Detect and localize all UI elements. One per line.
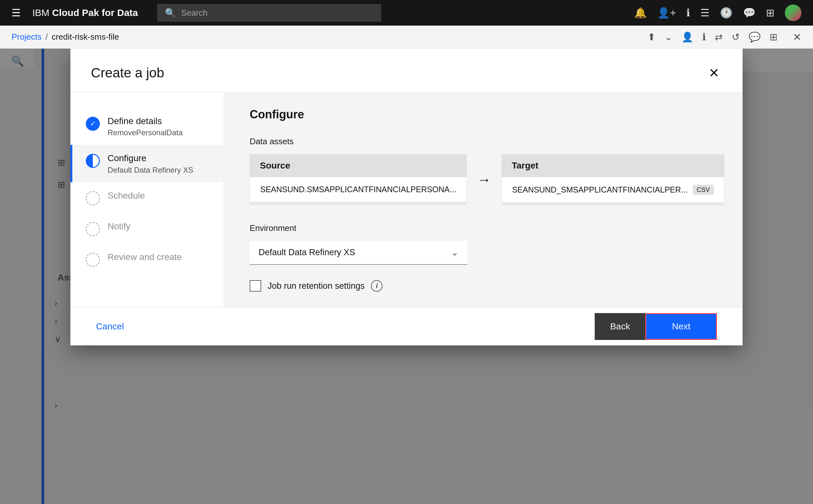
wizard-step-icon-pending-4 (86, 222, 100, 236)
modal-close-button[interactable]: ✕ (706, 64, 722, 82)
wizard-step-icon-pending-5 (86, 253, 100, 267)
wizard-step-5-label: Review and create (107, 251, 182, 263)
wizard-step-review[interactable]: Review and create (70, 244, 224, 274)
target-value: SEANSUND_SMSAPPLICANTFINANCIALPER... (512, 185, 688, 194)
search-icon: 🔍 (165, 8, 176, 18)
chevron-down-icon: ⌄ (451, 247, 458, 258)
comment-icon[interactable]: 💬 (749, 31, 761, 43)
configure-section-title: Configure (250, 108, 717, 121)
wizard-step-3-label: Schedule (107, 190, 145, 201)
close-panel-icon[interactable]: ✕ (793, 31, 801, 43)
modal-header: Create a job ✕ (70, 49, 743, 92)
environment-select-value: Default Data Refinery XS (259, 248, 355, 257)
info-icon[interactable]: ℹ (686, 7, 690, 19)
wizard-step-1-label: Define details (107, 115, 183, 127)
breadcrumb-separator: / (45, 32, 48, 42)
top-nav-actions: 🔔 👤+ ℹ ☰ 🕐 💬 ⊞ (634, 4, 801, 21)
brand-product: Cloud Pak for Data (52, 7, 138, 18)
list-icon[interactable]: ☰ (700, 7, 710, 19)
brand-ibm: IBM (32, 7, 52, 18)
breadcrumb-projects-link[interactable]: Projects (12, 32, 42, 42)
create-job-modal: Create a job ✕ ✓ Define details RemovePe… (70, 49, 743, 345)
breadcrumb-current-project: credit-risk-sms-file (51, 32, 119, 42)
data-assets-label: Data assets (250, 137, 717, 146)
breadcrumb-bar: Projects / credit-risk-sms-file ⬆ ⌄ 👤 ℹ … (0, 26, 813, 49)
wizard-step-configure[interactable]: Configure Default Data Refinery XS (70, 145, 224, 182)
wizard-step-1-sublabel: RemovePersonalData (107, 128, 183, 137)
target-value-row: SEANSUND_SMSAPPLICANTFINANCIALPER... CSV (501, 177, 724, 203)
grid-icon[interactable]: ⊞ (770, 31, 778, 43)
background-content-area: 🔍 Ove... 20 ⊞ ⊞ Asse › › ∨ (0, 49, 813, 504)
wizard-step-icon-active (86, 154, 100, 168)
job-retention-checkbox-row: Job run retention settings i (250, 280, 717, 292)
compare-icon[interactable]: ⇄ (715, 31, 723, 43)
wizard-step-schedule[interactable]: Schedule (70, 182, 224, 213)
source-value: SEANSUND.SMSAPPLICANTFINANCIALPERSONA... (250, 177, 467, 202)
brand-name: IBM Cloud Pak for Data (32, 7, 138, 18)
target-header: Target (501, 154, 724, 177)
add-collaborator-icon[interactable]: 👤 (682, 31, 693, 43)
job-retention-info-icon[interactable]: i (371, 280, 383, 292)
notifications-icon[interactable]: 🔔 (634, 7, 647, 19)
search-placeholder-text: Search (181, 8, 208, 18)
back-button[interactable]: Back (595, 313, 645, 340)
wizard-step-icon-pending-3 (86, 191, 100, 205)
source-asset-box: Source SEANSUND.SMSAPPLICANTFINANCIALPER… (250, 154, 467, 205)
upload-icon[interactable]: ⬆ (648, 31, 656, 43)
modal-footer: Cancel Back Next (70, 307, 743, 345)
job-retention-checkbox[interactable] (250, 280, 261, 292)
wizard-step-define-details[interactable]: ✓ Define details RemovePersonalData (70, 108, 224, 145)
source-header: Source (250, 154, 467, 177)
wizard-step-notify[interactable]: Notify (70, 213, 224, 244)
history-icon[interactable]: 🕐 (720, 7, 733, 19)
modal-overlay: Create a job ✕ ✓ Define details RemovePe… (0, 49, 813, 504)
wizard-step-icon-complete: ✓ (86, 117, 100, 131)
wizard-step-2-label: Configure (107, 153, 193, 164)
add-user-icon[interactable]: 👤+ (657, 7, 676, 19)
environment-select[interactable]: Default Data Refinery XS ⌄ (250, 241, 467, 265)
global-search-bar[interactable]: 🔍 Search (157, 4, 381, 22)
wizard-sidebar: ✓ Define details RemovePersonalData C (70, 92, 224, 307)
modal-title: Create a job (91, 65, 164, 81)
csv-badge: CSV (693, 185, 714, 195)
apps-icon[interactable]: ⊞ (766, 7, 775, 19)
dropdown-icon[interactable]: ⌄ (665, 31, 673, 43)
hamburger-menu-icon[interactable]: ☰ (12, 7, 21, 19)
wizard-step-2-sublabel: Default Data Refinery XS (107, 166, 193, 175)
restore-icon[interactable]: ↺ (732, 31, 740, 43)
wizard-content-area: Configure Data assets Source SEANSUND.SM… (224, 92, 743, 307)
wizard-step-4-label: Notify (107, 221, 130, 232)
footer-action-buttons: Back Next (595, 313, 717, 340)
cancel-button[interactable]: Cancel (96, 321, 124, 332)
next-button[interactable]: Next (645, 313, 717, 340)
project-info-icon[interactable]: ℹ (702, 31, 706, 43)
top-navigation: ☰ IBM Cloud Pak for Data 🔍 Search 🔔 👤+ ℹ… (0, 0, 813, 26)
main-content: 🔍 Ove... 20 ⊞ ⊞ Asse › › ∨ (0, 49, 813, 504)
breadcrumb-action-buttons: ⬆ ⌄ 👤 ℹ ⇄ ↺ 💬 ⊞ ✕ (648, 31, 801, 43)
job-retention-label: Job run retention settings (268, 281, 365, 291)
target-asset-box: Target SEANSUND_SMSAPPLICANTFINANCIALPER… (501, 154, 724, 205)
data-flow-arrow-icon: → (477, 172, 491, 188)
modal-body: ✓ Define details RemovePersonalData C (70, 92, 743, 307)
environment-section: Environment Default Data Refinery XS ⌄ (250, 223, 717, 265)
active-step-bar (70, 145, 72, 182)
avatar[interactable] (785, 4, 801, 21)
data-assets-row: Source SEANSUND.SMSAPPLICANTFINANCIALPER… (250, 154, 717, 205)
environment-label: Environment (250, 223, 717, 233)
chat-icon[interactable]: 💬 (743, 7, 756, 19)
